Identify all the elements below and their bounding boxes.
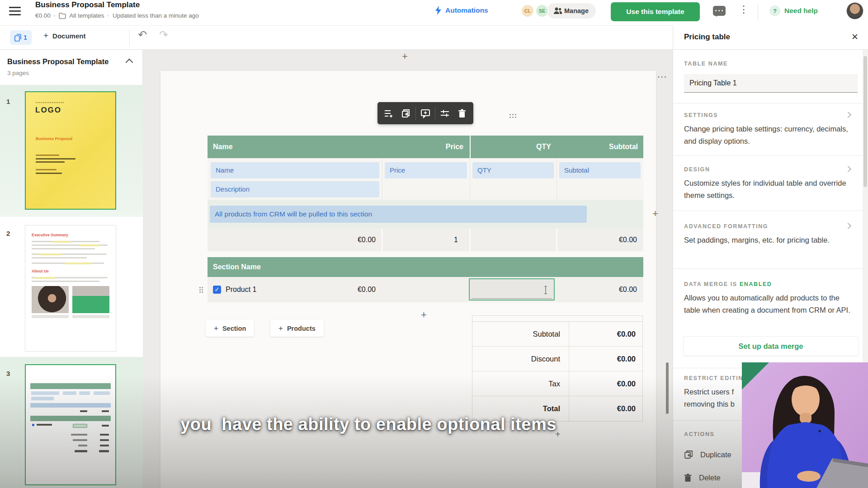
folder-label[interactable]: All templates	[69, 12, 104, 19]
plus-icon: +	[214, 324, 218, 333]
add-block-top-icon[interactable]: +	[402, 51, 408, 62]
header-subtotal: Subtotal	[557, 136, 643, 158]
document-price: €0.00	[35, 12, 51, 19]
row-qty-value: 1	[454, 229, 458, 251]
page2-thumbnail[interactable]: Executive Summary About Us	[25, 225, 116, 352]
thumb1-decor	[36, 102, 64, 103]
settings-chevron-icon[interactable]	[845, 112, 851, 118]
page2-region: 2 Executive Summary About Us	[0, 217, 143, 357]
add-comment-icon[interactable]	[417, 102, 434, 124]
chat-bubble-icon[interactable]	[713, 6, 726, 16]
delete-action[interactable]: Delete	[684, 474, 721, 482]
optional-item-checkbox[interactable]: ✓	[213, 286, 221, 294]
duplicate-action[interactable]: Duplicate	[684, 450, 731, 459]
document-meta: €0.00 · All templates · Updated less tha…	[35, 12, 199, 19]
automations-button[interactable]: Automations	[435, 6, 488, 15]
presenter-video[interactable]	[742, 362, 868, 488]
data-merge-status: ENABLED	[740, 281, 772, 287]
add-row-icon[interactable]	[380, 102, 397, 124]
token-row: Name Price QTY Subtotal Description	[208, 158, 643, 200]
settings-label[interactable]: SETTINGS	[684, 112, 718, 118]
pages-badge[interactable]: 1	[10, 30, 32, 45]
column-drag-handle[interactable]	[509, 114, 518, 118]
add-products-button[interactable]: + Products	[270, 320, 324, 337]
subtotal-token[interactable]: Subtotal	[559, 162, 641, 178]
page-menu-icon[interactable]: ⋯	[657, 71, 667, 83]
add-row-below-icon[interactable]: +	[421, 309, 427, 321]
document-title: Business Proposal Template	[35, 0, 140, 9]
user-avatar[interactable]	[846, 2, 863, 19]
page3-thumbnail[interactable]	[25, 364, 116, 485]
use-this-template-button[interactable]: Use this template	[611, 2, 700, 21]
default-value-row: €0.00 1 €0.00	[208, 229, 643, 251]
top-bar: Business Proposal Template €0.00 · All t…	[0, 0, 868, 25]
section-name-row[interactable]: Section Name	[208, 257, 643, 277]
product-row: ✓ Product 1 €0.00 €0.00	[208, 277, 643, 302]
qty-token[interactable]: QTY	[472, 162, 554, 178]
design-label[interactable]: DESIGN	[684, 166, 710, 173]
plus-icon: +	[43, 31, 48, 41]
thumb2-heading1: Executive Summary	[32, 233, 68, 237]
text-cursor-icon	[544, 285, 547, 296]
add-document-button[interactable]: + Document	[43, 31, 85, 41]
product-price[interactable]: €0.00	[358, 277, 376, 302]
advanced-formatting-desc: Set paddings, margins, etc. for pricing …	[684, 234, 852, 246]
row-drag-handle[interactable]	[199, 287, 203, 293]
updated-label: Updated less than a minute ago	[113, 12, 199, 19]
row-price-value: €0.00	[358, 229, 376, 251]
advanced-formatting-label[interactable]: ADVANCED FORMATTING	[684, 223, 768, 230]
crm-banner-row: All products from CRM will be pulled to …	[208, 200, 643, 229]
add-section-button[interactable]: + Section	[206, 320, 254, 337]
need-help-button[interactable]: ? Need help	[769, 5, 818, 16]
lightning-icon	[435, 6, 442, 15]
crm-banner[interactable]: All products from CRM will be pulled to …	[210, 206, 587, 223]
collapse-chevron-icon[interactable]	[126, 59, 133, 66]
manage-button[interactable]: Manage	[547, 3, 596, 19]
set-up-data-merge-button[interactable]: Set up data merge	[683, 336, 859, 356]
summary-row-tax: Tax €0.00	[472, 371, 642, 396]
avatar-cl[interactable]: CL	[521, 4, 534, 18]
duplicate-block-icon[interactable]	[397, 102, 415, 124]
data-merge-desc: Allows you to automatically add products…	[684, 292, 852, 316]
product-name[interactable]: Product 1	[226, 277, 256, 302]
thumb1-subtitle: Business Proposal	[36, 136, 72, 141]
thumb2-heading2: About Us	[32, 269, 49, 273]
pages-icon	[14, 34, 22, 42]
thumb1-logo: LOGO	[35, 106, 61, 115]
advanced-formatting-chevron-icon[interactable]	[845, 223, 851, 229]
sidebar-pages-count: 3 pages	[7, 70, 29, 76]
table-name-input[interactable]	[684, 74, 858, 93]
panel-header: Pricing table ✕	[673, 25, 868, 50]
delete-block-icon[interactable]	[453, 102, 471, 124]
toolbar-divider	[129, 29, 130, 47]
actions-label: ACTIONS	[684, 431, 714, 437]
page1-thumbnail[interactable]: LOGO Business Proposal	[25, 91, 116, 210]
plus-icon: +	[278, 324, 283, 333]
add-row-side-icon[interactable]: +	[652, 208, 658, 220]
description-token[interactable]: Description	[211, 181, 379, 197]
page3-number: 3	[6, 370, 10, 377]
editor-toolbar: 1 + Document ↶ ↷	[0, 25, 673, 50]
panel-scrollbar-thumb[interactable]	[863, 56, 867, 187]
panel-title: Pricing table	[684, 33, 730, 42]
price-token[interactable]: Price	[385, 162, 467, 178]
pricing-table: Name Price QTY Subtotal Name Price QTY S…	[208, 136, 643, 302]
close-icon[interactable]: ✕	[851, 32, 859, 42]
folder-icon	[59, 13, 66, 19]
avatar-se[interactable]: SE	[535, 4, 549, 18]
undo-icon[interactable]: ↶	[138, 28, 147, 41]
summary-row-discount: Discount €0.00	[472, 347, 642, 371]
more-options-icon[interactable]: ⋮	[739, 4, 749, 15]
redo-icon[interactable]: ↷	[159, 28, 168, 41]
name-token[interactable]: Name	[211, 162, 379, 178]
question-icon: ?	[769, 5, 780, 16]
design-chevron-icon[interactable]	[845, 166, 851, 172]
canvas-scrollbar-thumb[interactable]	[666, 362, 669, 414]
qty-input[interactable]	[469, 278, 555, 300]
product-subtotal[interactable]: €0.00	[619, 277, 637, 302]
page1-region: 1 LOGO Business Proposal	[0, 85, 143, 217]
settings-sliders-icon[interactable]	[436, 102, 453, 124]
page1-number: 1	[6, 98, 10, 105]
settings-desc: Change pricing table settings: currency,…	[684, 123, 852, 147]
hamburger-menu-icon[interactable]	[9, 7, 21, 16]
